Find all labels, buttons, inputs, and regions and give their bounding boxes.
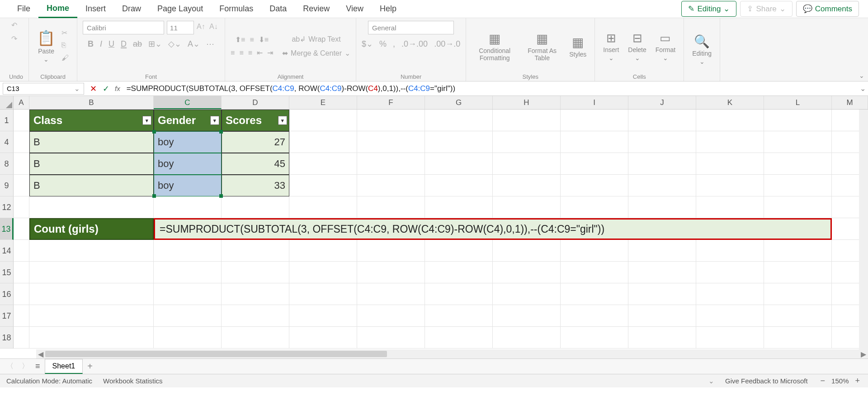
cell[interactable] xyxy=(222,262,289,283)
editing-button[interactable]: 🔍 Editing ⌄ xyxy=(689,32,714,67)
merge-center-button[interactable]: ⬌ Merge & Center ⌄ xyxy=(282,49,350,57)
row-header-15[interactable]: 15 xyxy=(0,262,14,283)
table-cell-class[interactable]: B xyxy=(29,153,154,175)
delete-cells-button[interactable]: ⊟ Delete ⌄ xyxy=(625,29,649,63)
cell[interactable] xyxy=(764,196,832,218)
bold-button[interactable]: B xyxy=(88,39,94,49)
cell[interactable] xyxy=(628,240,696,262)
sheet-nav-next[interactable]: 〉 xyxy=(20,362,31,371)
cell[interactable] xyxy=(764,283,832,305)
scroll-track[interactable] xyxy=(45,351,859,357)
cell[interactable] xyxy=(561,110,628,131)
align-right-icon[interactable]: ≡ xyxy=(248,49,252,57)
menu-formulas[interactable]: Formulas xyxy=(211,0,261,17)
vertical-scrollbar[interactable] xyxy=(859,110,868,349)
cell[interactable] xyxy=(764,262,832,283)
cell[interactable] xyxy=(289,240,357,262)
menu-insert[interactable]: Insert xyxy=(77,0,114,17)
cell[interactable] xyxy=(154,240,222,262)
cell[interactable] xyxy=(289,305,357,327)
cell[interactable] xyxy=(493,131,561,153)
menu-home[interactable]: Home xyxy=(38,0,77,18)
cell[interactable] xyxy=(357,175,425,196)
font-color-button[interactable]: A⌄ xyxy=(188,39,200,49)
cell[interactable] xyxy=(628,175,696,196)
cell[interactable] xyxy=(628,110,696,131)
cell[interactable] xyxy=(425,327,493,349)
align-top-icon[interactable]: ⬆≡ xyxy=(235,35,245,44)
cell[interactable] xyxy=(14,131,29,153)
cell[interactable] xyxy=(696,131,764,153)
row-header-17[interactable]: 17 xyxy=(0,305,14,327)
cell-styles-button[interactable]: ▦ Styles xyxy=(566,33,589,60)
format-as-table-button[interactable]: ▦ Format As Table xyxy=(521,29,563,63)
cell[interactable] xyxy=(222,305,289,327)
table-cell-class[interactable]: B xyxy=(29,131,154,153)
cell[interactable] xyxy=(14,218,29,240)
more-font-icon[interactable]: ⋯ xyxy=(206,39,214,49)
comments-button[interactable]: 💬 Comments xyxy=(796,1,859,17)
cell[interactable] xyxy=(357,131,425,153)
column-header-L[interactable]: L xyxy=(764,96,832,109)
cell[interactable] xyxy=(14,196,29,218)
add-sheet-button[interactable]: + xyxy=(87,361,93,372)
paste-button[interactable]: 📋 Paste ⌄ xyxy=(34,28,58,65)
workbook-stats-label[interactable]: Workbook Statistics xyxy=(103,377,162,385)
cell[interactable] xyxy=(493,153,561,175)
cell[interactable] xyxy=(154,262,222,283)
cell[interactable] xyxy=(357,305,425,327)
cell[interactable] xyxy=(561,305,628,327)
cell[interactable] xyxy=(289,131,357,153)
cell[interactable] xyxy=(493,262,561,283)
row-header-14[interactable]: 14 xyxy=(0,240,14,262)
cell[interactable] xyxy=(289,196,357,218)
table-header-class[interactable]: Class▾ xyxy=(29,110,154,131)
table-header-gender[interactable]: Gender▾ xyxy=(154,110,222,131)
indent-increase-icon[interactable]: ⇥ xyxy=(267,48,273,57)
cell[interactable] xyxy=(154,196,222,218)
cell[interactable] xyxy=(289,327,357,349)
cell[interactable] xyxy=(222,240,289,262)
cell[interactable] xyxy=(764,240,832,262)
cell[interactable] xyxy=(628,283,696,305)
italic-button[interactable]: I xyxy=(100,39,102,49)
horizontal-scrollbar[interactable]: ◀ ▶ xyxy=(36,349,868,358)
cell[interactable] xyxy=(696,110,764,131)
menu-page-layout[interactable]: Page Layout xyxy=(149,0,211,17)
copy-icon[interactable]: ⎘ xyxy=(61,41,71,51)
cell[interactable] xyxy=(14,240,29,262)
cell[interactable] xyxy=(493,196,561,218)
cell[interactable] xyxy=(493,305,561,327)
column-header-D[interactable]: D xyxy=(222,96,289,109)
align-left-icon[interactable]: ≡ xyxy=(231,49,235,57)
cell[interactable] xyxy=(29,327,154,349)
cell[interactable] xyxy=(696,175,764,196)
table-cell-score[interactable]: 33 xyxy=(222,175,289,196)
cell[interactable] xyxy=(696,305,764,327)
conditional-formatting-button[interactable]: ▦ Conditional Formatting xyxy=(472,29,518,63)
table-cell-score[interactable]: 45 xyxy=(222,153,289,175)
cell[interactable] xyxy=(561,283,628,305)
underline-button[interactable]: U xyxy=(108,39,114,49)
filter-icon[interactable]: ▾ xyxy=(142,116,151,125)
cell[interactable] xyxy=(29,283,154,305)
column-header-I[interactable]: I xyxy=(561,96,628,109)
cell[interactable] xyxy=(561,327,628,349)
cell[interactable] xyxy=(425,240,493,262)
filter-icon[interactable]: ▾ xyxy=(278,116,287,125)
row-header-9[interactable]: 9 xyxy=(0,175,14,196)
cell[interactable] xyxy=(425,196,493,218)
format-painter-icon[interactable]: 🖌 xyxy=(61,54,71,64)
cell[interactable] xyxy=(561,196,628,218)
column-header-B[interactable]: B xyxy=(29,96,154,109)
scroll-right-icon[interactable]: ▶ xyxy=(859,350,868,358)
cell[interactable] xyxy=(696,327,764,349)
formula-input[interactable]: =SUMPRODUCT(SUBTOTAL(3, OFFSET(C4:C9, RO… xyxy=(123,84,857,93)
filter-icon[interactable]: ▾ xyxy=(210,116,219,125)
table-cell-gender[interactable]: boy xyxy=(154,175,222,196)
row-header-18[interactable]: 18 xyxy=(0,327,14,349)
double-underline-button[interactable]: D xyxy=(121,39,127,49)
cell[interactable] xyxy=(696,196,764,218)
table-cell-class[interactable]: B xyxy=(29,175,154,196)
borders-button[interactable]: ⊞⌄ xyxy=(148,39,162,49)
